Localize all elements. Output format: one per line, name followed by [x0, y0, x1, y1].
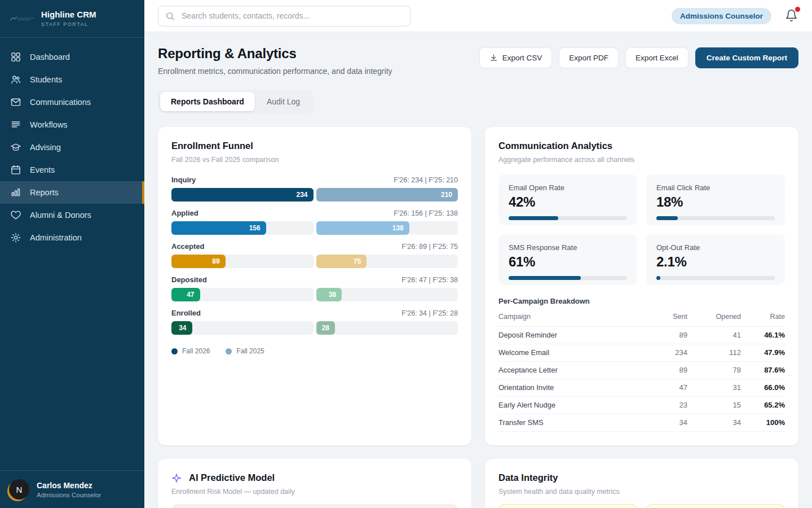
- funnel-track-f25: 28: [316, 321, 458, 335]
- mail-icon: [10, 97, 21, 108]
- header-actions: Export CSV Export PDF Export Excel Creat…: [479, 47, 798, 68]
- communication-analytics-card: Communication Analytics Aggregate perfor…: [485, 127, 798, 445]
- heart-icon: [10, 209, 21, 221]
- campaign-sent: 234: [643, 348, 687, 357]
- sidebar-item-label: Reports: [30, 188, 59, 197]
- user-name: Carlos Mendez: [37, 481, 101, 490]
- metric-value: 2.1%: [656, 254, 775, 270]
- campaign-opened: 31: [687, 383, 741, 392]
- app-subtitle: STAFF PORTAL: [41, 21, 96, 27]
- sidebar-item-label: Events: [30, 165, 55, 174]
- metric-progress-fill: [509, 216, 558, 220]
- search-input[interactable]: [180, 11, 403, 21]
- campaign-rate: 100%: [741, 418, 785, 427]
- metric-tile-email-click-rate: Email Click Rate18%: [646, 174, 785, 225]
- sidebar-item-communications[interactable]: Communications: [0, 91, 144, 113]
- sidebar: Highline CRM STAFF PORTAL DashboardStude…: [0, 0, 144, 508]
- campaign-rate: 46.1%: [741, 331, 785, 339]
- funnel-bar-f26: 156: [171, 221, 266, 235]
- export-csv-button[interactable]: Export CSV: [479, 47, 553, 68]
- sidebar-item-workflows[interactable]: Workflows: [0, 113, 144, 136]
- app-logo: [9, 14, 35, 23]
- metric-grid: Email Open Rate42%Email Click Rate18%SMS…: [498, 174, 785, 285]
- sidebar-item-label: Administration: [30, 233, 82, 242]
- legend-item-fall-2026: Fall 2026: [171, 347, 210, 355]
- tab-bar: Reports DashboardAudit Log: [158, 90, 313, 113]
- notifications-button[interactable]: [785, 9, 798, 23]
- tab-reports-dashboard[interactable]: Reports Dashboard: [160, 92, 255, 111]
- sidebar-item-label: Communications: [30, 98, 91, 107]
- funnel-track-f26: 89: [171, 255, 314, 268]
- funnel-row-applied: AppliedF'26: 156 | F'25: 138156138: [171, 209, 458, 235]
- sidebar-item-reports[interactable]: Reports: [0, 181, 144, 204]
- export-excel-button[interactable]: Export Excel: [625, 47, 689, 68]
- campaign-sent: 89: [643, 366, 687, 374]
- funnel-bar-f25: 138: [316, 221, 409, 235]
- download-icon: [489, 54, 498, 62]
- funnel-title: Enrollment Funnel: [171, 141, 458, 151]
- gear-icon: [10, 232, 21, 243]
- tab-audit-log[interactable]: Audit Log: [256, 92, 311, 111]
- sidebar-item-label: Students: [30, 75, 62, 84]
- funnel-row-enrolled: EnrolledF'26: 34 | F'25: 283428: [171, 309, 458, 335]
- metric-progress-fill: [656, 276, 660, 280]
- advising-cap-icon: [10, 142, 21, 153]
- campaign-sent: 34: [643, 418, 687, 427]
- campaign-table-header: CampaignSentOpenedRate: [498, 308, 785, 327]
- funnel-stage-values: F'26: 234 | F'25: 210: [394, 176, 458, 184]
- create-custom-report-button[interactable]: Create Custom Report: [695, 47, 798, 68]
- ai-predictive-card: AI Predictive Model Enrollment Risk Mode…: [158, 459, 471, 508]
- ai-title: AI Predictive Model: [189, 472, 275, 483]
- campaign-opened: 112: [687, 348, 741, 357]
- funnel-track-f26: 234: [171, 188, 314, 202]
- funnel-track-f26: 47: [171, 288, 314, 301]
- table-row-early-alert-nudge: Early Alert Nudge231565.2%: [498, 397, 785, 414]
- table-row-welcome-email: Welcome Email23411247.9%: [498, 344, 785, 362]
- metric-progress-fill: [509, 276, 581, 280]
- metric-value: 42%: [509, 194, 627, 210]
- metric-progress-track: [509, 216, 627, 220]
- page-title: Reporting & Analytics: [158, 46, 392, 62]
- integrity-title: Data Integrity: [498, 472, 785, 483]
- column-header-campaign: Campaign: [498, 313, 643, 321]
- search-box[interactable]: [158, 6, 411, 27]
- campaign-name: Orientation Invite: [498, 383, 643, 392]
- funnel-bar-f25: 210: [316, 188, 458, 202]
- funnel-track-f25: 38: [316, 288, 458, 301]
- campaign-opened: 41: [687, 331, 741, 339]
- column-header-rate: Rate: [741, 313, 785, 321]
- table-row-deposit-reminder: Deposit Reminder894146.1%: [498, 327, 785, 344]
- campaign-sent: 89: [643, 331, 687, 339]
- funnel-row-accepted: AcceptedF'26: 89 | F'25: 758975: [171, 242, 458, 268]
- comm-title: Communication Analytics: [498, 141, 785, 151]
- data-integrity-card: Data Integrity System health and data qu…: [485, 459, 798, 508]
- funnel-track-f25: 75: [316, 255, 458, 268]
- funnel-stage-label: Applied: [171, 209, 198, 217]
- sidebar-item-label: Alumni & Donors: [30, 211, 91, 220]
- sidebar-item-alumni-donors[interactable]: Alumni & Donors: [0, 204, 144, 226]
- sidebar-item-administration[interactable]: Administration: [0, 226, 144, 249]
- sidebar-item-students[interactable]: Students: [0, 68, 144, 91]
- breakdown-title: Per-Campaign Breakdown: [498, 297, 785, 305]
- metric-tile-opt-out-rate: Opt-Out Rate2.1%: [646, 234, 785, 285]
- metric-label: Email Open Rate: [509, 183, 627, 192]
- funnel-legend: Fall 2026Fall 2025: [171, 347, 458, 355]
- sidebar-item-advising[interactable]: Advising: [0, 136, 144, 159]
- metric-progress-track: [656, 216, 775, 220]
- table-row-acceptance-letter: Acceptance Letter897887.6%: [498, 362, 785, 379]
- export-pdf-button[interactable]: Export PDF: [559, 47, 619, 68]
- campaign-name: Deposit Reminder: [498, 331, 643, 339]
- workflows-icon: [10, 119, 21, 130]
- campaign-rate: 65.2%: [741, 401, 785, 409]
- funnel-track-f26: 34: [171, 321, 314, 335]
- sidebar-item-events[interactable]: Events: [0, 159, 144, 181]
- user-panel[interactable]: N Carlos Mendez Admissions Counselor: [0, 470, 144, 508]
- search-icon: [165, 11, 175, 21]
- funnel-row-inquiry: InquiryF'26: 234 | F'25: 210234210: [171, 176, 458, 202]
- sidebar-item-dashboard[interactable]: Dashboard: [0, 46, 144, 68]
- funnel-stage-label: Accepted: [171, 242, 205, 251]
- column-header-opened: Opened: [687, 313, 741, 321]
- campaign-table: CampaignSentOpenedRateDeposit Reminder89…: [498, 308, 785, 432]
- calendar-icon: [10, 164, 21, 176]
- campaign-opened: 15: [687, 401, 741, 409]
